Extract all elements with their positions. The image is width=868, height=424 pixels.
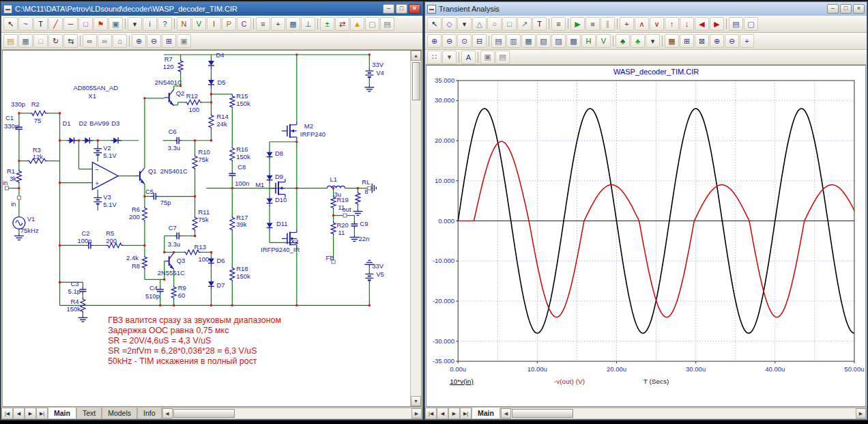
- title-toggle[interactable]: ⊥: [301, 17, 315, 31]
- numeric-output-button[interactable]: ▤: [729, 17, 743, 31]
- zoom-in-button[interactable]: ⊕: [427, 34, 442, 48]
- file-open-button[interactable]: ▤: [3, 34, 18, 48]
- rubberband-toggle[interactable]: ±: [320, 17, 334, 31]
- maximize-button[interactable]: □: [396, 4, 407, 14]
- autoscale-button[interactable]: ⊙: [457, 34, 472, 48]
- zoom-in-button[interactable]: ⊕: [132, 34, 146, 48]
- block-select-arrows[interactable]: ⇄: [335, 17, 349, 31]
- valley-button[interactable]: ∨: [650, 17, 664, 31]
- mode-dropdown[interactable]: ▾: [442, 51, 457, 64]
- tracker-horizontal-toggle[interactable]: H: [581, 34, 596, 48]
- go-right-button[interactable]: ▶: [710, 17, 724, 31]
- tab-main[interactable]: Main: [472, 408, 500, 419]
- horizontal-scrollbar[interactable]: ◀ ▶: [162, 408, 422, 419]
- component-tool[interactable]: ~: [18, 17, 33, 31]
- waveform-options-1[interactable]: ▧: [536, 34, 551, 48]
- border-toggle[interactable]: ▦: [286, 17, 300, 31]
- zoom-out-button[interactable]: ⊖: [442, 34, 457, 48]
- pin-powers-toggle[interactable]: P: [222, 17, 236, 31]
- copy-button[interactable]: ▣: [480, 51, 495, 64]
- annotation-dropdown[interactable]: ▾: [457, 17, 472, 31]
- goto-flag-button[interactable]: ⌂: [113, 34, 127, 48]
- warning-indicator[interactable]: ▲: [350, 17, 364, 31]
- scroll-down-button[interactable]: ▼: [411, 396, 421, 406]
- horizontal-scroll-thumb[interactable]: [512, 409, 573, 418]
- zoom-in-button-2[interactable]: ⊕: [710, 34, 724, 48]
- vertical-scroll-thumb[interactable]: [412, 62, 420, 100]
- find-button[interactable]: ∞: [83, 34, 97, 48]
- tab-prev-button[interactable]: ◀: [437, 408, 448, 419]
- horizontal-scroll-track[interactable]: [235, 408, 411, 419]
- minimize-button[interactable]: –: [827, 4, 839, 14]
- find-next-button[interactable]: ∞: [98, 34, 112, 48]
- low-button[interactable]: ↓: [680, 17, 694, 31]
- horizontal-scroll-track[interactable]: [574, 408, 856, 419]
- paste-button[interactable]: ▤: [495, 51, 510, 64]
- text-tool[interactable]: T: [532, 17, 547, 31]
- performance-button[interactable]: ♣: [631, 34, 645, 48]
- run-button[interactable]: ▶: [570, 17, 585, 31]
- scroll-left-button[interactable]: ◀: [501, 408, 511, 419]
- copy-to-clipboard-button[interactable]: ▣: [177, 34, 191, 48]
- rect-tool[interactable]: □: [502, 17, 517, 31]
- picture-tool[interactable]: ▣: [108, 17, 123, 31]
- flag-tool[interactable]: ⚑: [93, 17, 108, 31]
- select-tool[interactable]: ↖: [427, 17, 442, 31]
- tab-next-button[interactable]: ▶: [25, 408, 36, 419]
- graphics-tool[interactable]: ◇: [442, 17, 457, 31]
- select-tool[interactable]: ↖: [3, 17, 18, 31]
- tab-prev-button[interactable]: ◀: [13, 408, 25, 419]
- watch-button[interactable]: ▢: [744, 17, 758, 31]
- zoom-out-button[interactable]: ⊖: [147, 34, 161, 48]
- zoom-out-button-2[interactable]: ⊖: [725, 34, 739, 48]
- maximize-button[interactable]: □: [840, 4, 852, 14]
- numeric-limits-button[interactable]: ▦: [665, 34, 679, 48]
- mirror-button[interactable]: ⇆: [63, 34, 78, 48]
- grid-snap-toggle[interactable]: ▦: [18, 34, 33, 48]
- help-button[interactable]: ?: [158, 17, 172, 31]
- tab-first-button[interactable]: |◀: [1, 408, 13, 419]
- vertical-grids-toggle[interactable]: ▥: [506, 34, 521, 48]
- tab-main[interactable]: Main: [48, 408, 76, 419]
- vertical-scrollbar[interactable]: ▲ ▼: [410, 51, 421, 406]
- polygon-tool[interactable]: △: [472, 17, 487, 31]
- both-grids-toggle[interactable]: ▦: [521, 34, 536, 48]
- component-list-dropdown[interactable]: ▾: [128, 17, 142, 31]
- tab-models[interactable]: Models: [102, 408, 137, 419]
- align-grid-button[interactable]: ∷: [427, 51, 442, 64]
- horizontal-scroll-thumb[interactable]: [173, 409, 235, 418]
- stop-button[interactable]: ■: [585, 17, 600, 31]
- close-button[interactable]: ×: [409, 4, 420, 14]
- schematic-canvas[interactable]: −+R7120D42N5401CQ2R12100D5R15150kR1424kA…: [3, 51, 410, 406]
- fourier-button[interactable]: ♣: [616, 34, 630, 48]
- node-numbers-toggle[interactable]: N: [177, 17, 191, 31]
- waveform-options-3[interactable]: ▩: [566, 34, 581, 48]
- tab-last-button[interactable]: ▶|: [460, 408, 472, 419]
- vertical-scroll-track[interactable]: [411, 102, 421, 396]
- rotate-button[interactable]: ↻: [48, 34, 63, 48]
- line-tool[interactable]: ─: [63, 17, 78, 31]
- tab-text[interactable]: Text: [76, 408, 102, 419]
- tab-last-button[interactable]: ▶|: [36, 408, 48, 419]
- plot-dropdown[interactable]: ▾: [646, 34, 660, 48]
- ellipse-tool[interactable]: ○: [487, 17, 502, 31]
- scroll-left-button[interactable]: ◀: [162, 408, 173, 419]
- arrow-tool[interactable]: ↗: [517, 17, 532, 31]
- analysis-plot[interactable]: 35.00030.00020.00010.0000.000-10.000-20.…: [426, 66, 865, 406]
- pan-button[interactable]: +: [740, 34, 754, 48]
- analysis-titlebar[interactable]: Transient Analysis – □ ×: [425, 2, 867, 16]
- box-select-button[interactable]: □: [33, 34, 48, 48]
- cross-hair-toggle[interactable]: +: [271, 17, 285, 31]
- tab-first-button[interactable]: |◀: [425, 408, 437, 419]
- peak-button[interactable]: ∧: [635, 17, 649, 31]
- scroll-up-button[interactable]: ▲: [411, 51, 421, 61]
- go-left-button[interactable]: ◀: [695, 17, 709, 31]
- exclude-warnings[interactable]: ▢: [365, 17, 379, 31]
- info-button[interactable]: i: [143, 17, 157, 31]
- tab-info[interactable]: Info: [137, 408, 162, 419]
- shape-tool[interactable]: □: [78, 17, 93, 31]
- wire-tool[interactable]: ╱: [48, 17, 63, 31]
- font-button[interactable]: A: [461, 51, 476, 64]
- tag-mode-button[interactable]: ⊠: [695, 34, 709, 48]
- zoom-area-button[interactable]: ⊞: [162, 34, 176, 48]
